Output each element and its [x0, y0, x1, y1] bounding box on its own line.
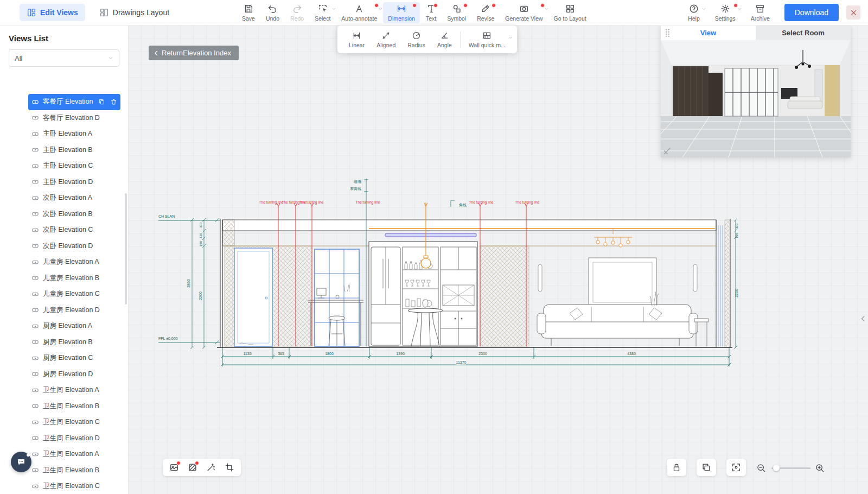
sidebar-item-elevation-9[interactable]: 次卧 Elevation D	[28, 238, 120, 255]
sidebar-item-elevation-1[interactable]: 客餐厅 Elevation D	[28, 110, 120, 126]
zoom-out-button[interactable]	[756, 463, 766, 473]
dim-label: 1800	[325, 352, 334, 356]
duplicate-view-button[interactable]	[697, 459, 716, 476]
help-button[interactable]: Help	[682, 2, 705, 23]
resize-handle-icon[interactable]	[662, 146, 672, 156]
dim-label: 300	[199, 222, 202, 228]
tool-redo[interactable]: Redo	[285, 2, 309, 23]
export-image-button[interactable]	[166, 460, 182, 474]
material-label: 石膏线	[350, 187, 361, 191]
sidebar-item-elevation-12[interactable]: 儿童房 Elevation C	[28, 286, 120, 302]
room-3d-preview[interactable]	[661, 40, 851, 157]
magic-wand-button[interactable]	[203, 460, 219, 474]
view-item-label: 儿童房 Elevation B	[43, 274, 99, 283]
dim-label: 2300	[478, 352, 487, 356]
archive-button[interactable]: Archive	[745, 2, 775, 23]
elevation-view-icon	[31, 419, 39, 426]
return-elevation-index-button[interactable]: ReturnElevation Index	[149, 46, 239, 60]
sidebar-item-elevation-10[interactable]: 儿童房 Elevation A	[28, 254, 120, 270]
edit-views-button[interactable]: Edit Views	[20, 4, 85, 21]
dim-label: 120	[199, 232, 202, 238]
tool-revise[interactable]: Revise	[472, 2, 499, 23]
sidebar-item-elevation-4[interactable]: 主卧 Elevation C	[28, 158, 120, 174]
elevation-view-icon	[31, 130, 39, 138]
view-item-label: 儿童房 Elevation A	[43, 257, 99, 267]
sidebar-item-elevation-23[interactable]: 卫生间 Elevation B	[28, 463, 120, 479]
drag-handle-icon[interactable]	[663, 28, 673, 37]
ceiling-level-label: CH SLAN	[158, 214, 175, 218]
notification-dot	[492, 3, 496, 8]
support-chat-button[interactable]	[11, 452, 31, 472]
tool-symbol[interactable]: Symbol	[442, 2, 471, 23]
elevation-view-icon	[31, 274, 39, 282]
dimension-menu-angle[interactable]: Angle	[431, 29, 458, 49]
sidebar-item-elevation-22[interactable]: 卫生间 Elevation A	[28, 446, 120, 463]
tool-text[interactable]: Text	[421, 2, 441, 23]
sidebar-item-elevation-7[interactable]: 次卧 Elevation B	[28, 206, 120, 223]
turning-line-label: The turning line	[515, 200, 540, 205]
sidebar-item-elevation-15[interactable]: 厨房 Elevation B	[28, 334, 120, 351]
fit-to-screen-button[interactable]	[726, 459, 746, 476]
chevron-down-icon	[331, 7, 336, 11]
sidebar-item-elevation-6[interactable]: 次卧 Elevation A	[28, 190, 120, 206]
dimension-menu-linear[interactable]: Linear	[343, 29, 371, 49]
settings-button[interactable]: Settings	[710, 2, 741, 23]
views-filter-select[interactable]: All	[9, 49, 119, 67]
aligned-icon	[381, 30, 391, 40]
tool-generate-view[interactable]: Generate View	[500, 2, 547, 23]
sidebar-item-elevation-21[interactable]: 卫生间 Elevation D	[28, 430, 120, 447]
sidebar-item-elevation-5[interactable]: 主卧 Elevation D	[28, 174, 120, 191]
sidebar-item-elevation-11[interactable]: 儿童房 Elevation B	[28, 270, 120, 287]
sidebar-item-elevation-16[interactable]: 厨房 Elevation C	[28, 350, 120, 366]
tool-go-to-layout[interactable]: Go to Layout	[549, 2, 591, 23]
elevation-view-icon	[31, 210, 39, 218]
sidebar-scrollbar[interactable]	[125, 193, 127, 305]
collapse-panel-chevron[interactable]	[859, 315, 867, 322]
zoom-slider-handle[interactable]	[773, 465, 780, 471]
view-item-label: 儿童房 Elevation D	[43, 306, 100, 315]
elevation-view-icon	[31, 370, 39, 378]
sidebar-item-elevation-18[interactable]: 卫生间 Elevation A	[28, 382, 120, 398]
notification-dot	[176, 461, 181, 465]
view-item-label: 厨房 Elevation C	[43, 353, 93, 363]
fill-style-button[interactable]	[184, 460, 201, 474]
drawings-layout-button[interactable]: Drawings Layout	[99, 8, 169, 17]
view-item-label: 次卧 Elevation C	[43, 225, 93, 235]
chevron-down-icon	[378, 7, 383, 11]
delete-view-icon[interactable]	[110, 98, 117, 105]
sidebar-item-elevation-13[interactable]: 儿童房 Elevation D	[28, 302, 120, 319]
sidebar-item-elevation-8[interactable]: 次卧 Elevation C	[28, 222, 120, 238]
copy-view-icon[interactable]	[98, 98, 105, 105]
tab-view[interactable]: View	[661, 25, 756, 40]
zoom-in-button[interactable]	[815, 463, 825, 473]
drawings-layout-icon	[99, 8, 109, 17]
tool-dimension[interactable]: Dimension	[383, 2, 420, 23]
sidebar-item-elevation-3[interactable]: 主卧 Elevation B	[28, 142, 120, 159]
toolbar-tools: SaveUndoRedoSelectAuto-annotateDimension…	[237, 1, 592, 24]
sidebar-item-elevation-20[interactable]: 卫生间 Elevation C	[28, 414, 120, 430]
toolbar-right: Help Settings Archive Download	[682, 1, 860, 24]
sidebar-item-elevation-14[interactable]: 厨房 Elevation A	[28, 318, 120, 334]
sidebar-item-elevation-17[interactable]: 厨房 Elevation D	[28, 366, 120, 383]
tool-save[interactable]: Save	[237, 2, 260, 23]
lock-button[interactable]	[667, 459, 686, 476]
tool-undo[interactable]: Undo	[261, 2, 284, 23]
tool-auto-annotate[interactable]: Auto-annotate	[336, 2, 382, 23]
tool-select[interactable]: Select	[310, 2, 335, 23]
sidebar-item-elevation-19[interactable]: 卫生间 Elevation B	[28, 398, 120, 415]
sidebar-item-elevation-24[interactable]: 卫生间 Elevation C	[28, 478, 120, 494]
view-item-label: 客餐厅 Elevation C	[43, 97, 93, 106]
close-button[interactable]	[846, 5, 860, 20]
crop-view-button[interactable]	[221, 460, 238, 474]
sidebar-item-elevation-0[interactable]: 客餐厅 Elevation C	[28, 94, 120, 110]
dimension-menu-wall-quick-m[interactable]: Wall quick m...	[463, 29, 512, 49]
edit-views-label: Edit Views	[40, 8, 78, 17]
chat-notification-dot	[27, 453, 30, 457]
dimension-menu-radius[interactable]: Radius	[401, 29, 431, 49]
download-button[interactable]: Download	[784, 4, 839, 21]
chevron-down-icon	[108, 55, 113, 61]
dimension-menu-aligned[interactable]: Aligned	[371, 29, 401, 49]
sidebar-item-elevation-2[interactable]: 主卧 Elevation A	[28, 126, 120, 142]
tab-select-room[interactable]: Select Room	[756, 25, 851, 40]
edit-views-icon	[27, 8, 36, 17]
